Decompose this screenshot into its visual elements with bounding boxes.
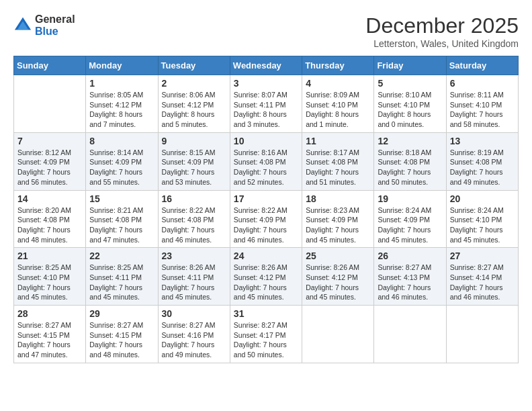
calendar-cell: 25Sunrise: 8:26 AMSunset: 4:12 PMDayligh… — [302, 248, 374, 306]
month-title: December 2025 — [365, 13, 519, 38]
day-info: Sunrise: 8:19 AMSunset: 4:08 PMDaylight:… — [450, 148, 515, 187]
calendar-cell: 19Sunrise: 8:24 AMSunset: 4:09 PMDayligh… — [374, 190, 446, 248]
day-info: Sunrise: 8:07 AMSunset: 4:11 PMDaylight:… — [234, 90, 298, 130]
calendar-cell: 20Sunrise: 8:24 AMSunset: 4:10 PMDayligh… — [446, 190, 518, 248]
calendar-cell: 22Sunrise: 8:25 AMSunset: 4:11 PMDayligh… — [86, 248, 158, 306]
day-info: Sunrise: 8:25 AMSunset: 4:10 PMDaylight:… — [17, 263, 82, 302]
day-info: Sunrise: 8:14 AMSunset: 4:09 PMDaylight:… — [89, 148, 154, 187]
day-info: Sunrise: 8:06 AMSunset: 4:12 PMDaylight:… — [162, 90, 226, 130]
calendar-cell: 14Sunrise: 8:20 AMSunset: 4:08 PMDayligh… — [14, 190, 86, 248]
calendar-cell — [374, 306, 446, 363]
day-info: Sunrise: 8:26 AMSunset: 4:11 PMDaylight:… — [162, 263, 226, 302]
day-number: 6 — [450, 78, 515, 89]
calendar-cell: 10Sunrise: 8:16 AMSunset: 4:08 PMDayligh… — [230, 132, 302, 190]
title-area: December 2025 Letterston, Wales, United … — [365, 13, 519, 49]
day-info: Sunrise: 8:27 AMSunset: 4:16 PMDaylight:… — [162, 320, 226, 360]
calendar-cell: 24Sunrise: 8:26 AMSunset: 4:12 PMDayligh… — [230, 248, 302, 306]
logo: General Blue — [13, 13, 75, 37]
day-info: Sunrise: 8:16 AMSunset: 4:08 PMDaylight:… — [234, 148, 298, 187]
column-header-tuesday: Tuesday — [158, 56, 230, 75]
day-number: 25 — [306, 250, 370, 261]
day-info: Sunrise: 8:05 AMSunset: 4:12 PMDaylight:… — [89, 90, 154, 130]
day-number: 14 — [17, 193, 82, 204]
calendar-cell: 12Sunrise: 8:18 AMSunset: 4:08 PMDayligh… — [374, 132, 446, 190]
calendar-cell: 5Sunrise: 8:10 AMSunset: 4:10 PMDaylight… — [374, 75, 446, 133]
calendar-cell: 1Sunrise: 8:05 AMSunset: 4:12 PMDaylight… — [86, 75, 158, 133]
day-info: Sunrise: 8:21 AMSunset: 4:08 PMDaylight:… — [89, 205, 154, 245]
calendar-cell: 4Sunrise: 8:09 AMSunset: 4:10 PMDaylight… — [302, 75, 374, 133]
column-header-thursday: Thursday — [302, 56, 374, 75]
day-number: 20 — [450, 193, 515, 204]
day-info: Sunrise: 8:12 AMSunset: 4:09 PMDaylight:… — [17, 148, 82, 187]
calendar-cell — [302, 306, 374, 363]
calendar-cell: 9Sunrise: 8:15 AMSunset: 4:09 PMDaylight… — [158, 132, 230, 190]
day-info: Sunrise: 8:27 AMSunset: 4:15 PMDaylight:… — [89, 320, 154, 360]
day-number: 7 — [17, 136, 82, 146]
day-info: Sunrise: 8:09 AMSunset: 4:10 PMDaylight:… — [306, 90, 370, 130]
day-info: Sunrise: 8:11 AMSunset: 4:10 PMDaylight:… — [450, 90, 515, 130]
day-number: 19 — [378, 193, 442, 204]
calendar-cell: 31Sunrise: 8:27 AMSunset: 4:17 PMDayligh… — [230, 306, 302, 363]
day-info: Sunrise: 8:23 AMSunset: 4:09 PMDaylight:… — [306, 205, 370, 245]
calendar-cell: 17Sunrise: 8:22 AMSunset: 4:09 PMDayligh… — [230, 190, 302, 248]
day-number: 9 — [162, 136, 226, 146]
column-header-wednesday: Wednesday — [230, 56, 302, 75]
calendar-cell: 8Sunrise: 8:14 AMSunset: 4:09 PMDaylight… — [86, 132, 158, 190]
day-info: Sunrise: 8:17 AMSunset: 4:08 PMDaylight:… — [306, 148, 370, 187]
column-header-sunday: Sunday — [14, 56, 86, 75]
day-number: 17 — [234, 193, 298, 204]
day-info: Sunrise: 8:26 AMSunset: 4:12 PMDaylight:… — [306, 263, 370, 302]
day-info: Sunrise: 8:27 AMSunset: 4:17 PMDaylight:… — [234, 320, 298, 360]
day-number: 29 — [89, 308, 154, 319]
calendar-cell: 6Sunrise: 8:11 AMSunset: 4:10 PMDaylight… — [446, 75, 518, 133]
logo-icon — [13, 16, 32, 35]
day-number: 21 — [17, 250, 82, 261]
day-info: Sunrise: 8:25 AMSunset: 4:11 PMDaylight:… — [89, 263, 154, 302]
day-number: 10 — [234, 136, 298, 146]
day-info: Sunrise: 8:27 AMSunset: 4:15 PMDaylight:… — [17, 320, 82, 360]
calendar-cell: 11Sunrise: 8:17 AMSunset: 4:08 PMDayligh… — [302, 132, 374, 190]
day-number: 15 — [89, 193, 154, 204]
day-info: Sunrise: 8:27 AMSunset: 4:14 PMDaylight:… — [450, 263, 515, 302]
day-number: 1 — [89, 78, 154, 89]
day-number: 5 — [378, 78, 442, 89]
calendar-cell: 3Sunrise: 8:07 AMSunset: 4:11 PMDaylight… — [230, 75, 302, 133]
day-info: Sunrise: 8:22 AMSunset: 4:08 PMDaylight:… — [162, 205, 226, 245]
calendar-cell: 23Sunrise: 8:26 AMSunset: 4:11 PMDayligh… — [158, 248, 230, 306]
day-number: 3 — [234, 78, 298, 89]
day-number: 24 — [234, 250, 298, 261]
day-number: 16 — [162, 193, 226, 204]
day-number: 11 — [306, 136, 370, 146]
calendar-cell: 13Sunrise: 8:19 AMSunset: 4:08 PMDayligh… — [446, 132, 518, 190]
day-number: 13 — [450, 136, 515, 146]
day-number: 28 — [17, 308, 82, 319]
column-header-saturday: Saturday — [446, 56, 518, 75]
day-number: 2 — [162, 78, 226, 89]
calendar-cell: 27Sunrise: 8:27 AMSunset: 4:14 PMDayligh… — [446, 248, 518, 306]
day-info: Sunrise: 8:24 AMSunset: 4:10 PMDaylight:… — [450, 205, 515, 245]
calendar-cell: 21Sunrise: 8:25 AMSunset: 4:10 PMDayligh… — [14, 248, 86, 306]
calendar-cell: 18Sunrise: 8:23 AMSunset: 4:09 PMDayligh… — [302, 190, 374, 248]
logo-blue-text: Blue — [35, 26, 75, 38]
day-number: 31 — [234, 308, 298, 319]
day-info: Sunrise: 8:27 AMSunset: 4:13 PMDaylight:… — [378, 263, 442, 302]
day-info: Sunrise: 8:22 AMSunset: 4:09 PMDaylight:… — [234, 205, 298, 245]
page-header: General Blue December 2025 Letterston, W… — [13, 13, 519, 49]
calendar-cell: 28Sunrise: 8:27 AMSunset: 4:15 PMDayligh… — [14, 306, 86, 363]
calendar-cell: 16Sunrise: 8:22 AMSunset: 4:08 PMDayligh… — [158, 190, 230, 248]
calendar-cell: 29Sunrise: 8:27 AMSunset: 4:15 PMDayligh… — [86, 306, 158, 363]
day-info: Sunrise: 8:15 AMSunset: 4:09 PMDaylight:… — [162, 148, 226, 187]
day-info: Sunrise: 8:10 AMSunset: 4:10 PMDaylight:… — [378, 90, 442, 130]
calendar-cell: 15Sunrise: 8:21 AMSunset: 4:08 PMDayligh… — [86, 190, 158, 248]
location-text: Letterston, Wales, United Kingdom — [365, 38, 519, 49]
day-number: 18 — [306, 193, 370, 204]
column-header-friday: Friday — [374, 56, 446, 75]
day-number: 23 — [162, 250, 226, 261]
calendar-cell: 7Sunrise: 8:12 AMSunset: 4:09 PMDaylight… — [14, 132, 86, 190]
calendar-cell: 2Sunrise: 8:06 AMSunset: 4:12 PMDaylight… — [158, 75, 230, 133]
column-header-monday: Monday — [86, 56, 158, 75]
day-number: 4 — [306, 78, 370, 89]
day-info: Sunrise: 8:26 AMSunset: 4:12 PMDaylight:… — [234, 263, 298, 302]
calendar-cell — [446, 306, 518, 363]
day-number: 26 — [378, 250, 442, 261]
